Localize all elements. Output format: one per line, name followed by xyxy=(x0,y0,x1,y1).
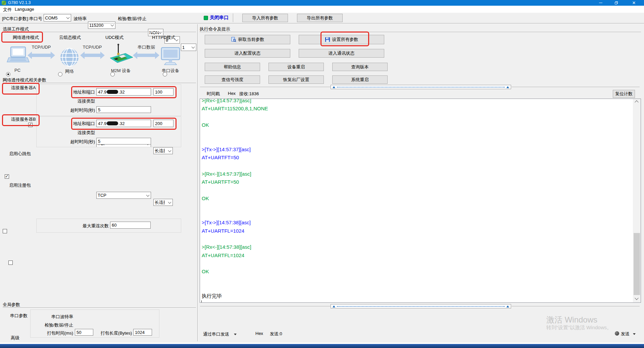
heartbeat-checkbox[interactable] xyxy=(3,229,7,233)
reconnect-group xyxy=(36,219,181,233)
com-port-select[interactable]: COM5 xyxy=(44,14,71,21)
server-a-checkbox[interactable] xyxy=(28,123,33,127)
log-line xyxy=(202,186,641,194)
menu-language[interactable]: Language xyxy=(15,7,34,12)
server-b-label: 连接服务器B xyxy=(11,116,36,122)
menu-file[interactable]: 文件 xyxy=(3,7,12,13)
send-dropdown-icon[interactable] xyxy=(633,333,636,335)
pack-time-label: 打包时间(ms) xyxy=(40,330,73,336)
device-restart-button[interactable]: 设备重启 xyxy=(268,63,324,71)
slider-thumb-icon[interactable] xyxy=(506,86,509,88)
server-b-checkbox[interactable] xyxy=(5,174,9,179)
log-line xyxy=(202,202,641,211)
slider-thumb-icon[interactable] xyxy=(333,86,335,88)
server-a-connmode-select[interactable]: 长连接 xyxy=(153,147,173,154)
restore-button[interactable] xyxy=(608,0,624,6)
send-button[interactable]: 发送 xyxy=(621,331,630,337)
query-signal-button[interactable]: 查信号强度 xyxy=(205,75,260,84)
pack-time-input[interactable]: 50 xyxy=(75,329,93,336)
log-line: >[Rx<-][14:57:37][asc] xyxy=(202,99,641,105)
params-section-title: 网络透传模式相关参数 xyxy=(3,77,46,83)
censored-blob xyxy=(107,90,118,94)
import-params-button[interactable]: 导入所有参数 xyxy=(242,14,288,22)
received-counter: 接收:1836 xyxy=(239,91,259,97)
help-button[interactable]: 帮助信息 xyxy=(205,63,260,71)
slider-thumb-icon[interactable] xyxy=(333,305,335,307)
radio-httpd-label: HTTPD模式 xyxy=(152,35,175,41)
node-label-serial: 串口设备 xyxy=(162,68,179,73)
hex-tx-label: Hex xyxy=(255,331,263,336)
chevron-down-icon xyxy=(168,149,171,152)
slider-track xyxy=(511,306,640,307)
pc-serial-label: [PC串口参数]:串口号 xyxy=(2,16,42,22)
enter-config-button[interactable]: 进入配置状态 xyxy=(205,49,290,58)
mode-section-title: 选择工作模式 xyxy=(3,26,29,32)
pack-len-input[interactable]: 1024 xyxy=(133,329,152,336)
server-b-address-input[interactable]: 47.9.32 xyxy=(96,120,151,127)
scroll-down-icon[interactable] xyxy=(635,297,638,299)
global-baud-label: 串口波特率 xyxy=(43,314,73,320)
baud-select[interactable]: 115200 xyxy=(88,21,115,29)
factory-reset-button[interactable]: 恢复出厂设置 xyxy=(268,75,324,84)
export-params-button[interactable]: 导出所有参数 xyxy=(297,14,343,22)
link-label-1: TCP/UDP xyxy=(32,45,51,50)
chevron-down-icon xyxy=(168,200,171,204)
server-b-port-input[interactable]: 200 xyxy=(153,120,174,127)
get-params-button[interactable]: 获取当前参数 xyxy=(205,35,290,44)
server-b-connmode-select[interactable]: 长连接 xyxy=(153,199,173,206)
server-a-timeout-label: 超时时间(秒) xyxy=(60,107,95,113)
close-button[interactable]: ✕ xyxy=(624,0,644,6)
enter-comm-button[interactable]: 进入通讯状态 xyxy=(299,49,384,58)
close-icon: ✕ xyxy=(632,0,636,5)
log-scrollbar[interactable] xyxy=(633,99,641,302)
node-label-m2m: M2M 设备 xyxy=(111,68,131,73)
app-icon xyxy=(2,1,6,5)
slider-thumb-icon[interactable] xyxy=(506,305,509,307)
arrow-icon xyxy=(28,52,55,59)
section-divider xyxy=(3,307,196,308)
radio-cloud-label: 云组态模式 xyxy=(59,35,81,41)
font-size-slider[interactable] xyxy=(331,85,511,89)
log-textarea[interactable]: >[Rx<-][14:57:37][asc]AT+UART=115200,8,1… xyxy=(200,99,641,303)
app-window: G780 V2.1.3 ✕ 文件 Language [PC串口参数]:串口号 C… xyxy=(0,0,644,348)
global-section-title: 全局参数 xyxy=(3,302,20,308)
system-restart-button[interactable]: 系统重启 xyxy=(332,75,388,84)
log-line xyxy=(202,113,641,121)
baud-label: 波特率 xyxy=(73,16,87,22)
server-a-address-input[interactable]: 47.9.32 xyxy=(96,88,151,96)
minimize-button[interactable] xyxy=(593,0,608,6)
log-line: >[Tx->][14:57:38][asc] xyxy=(202,219,641,227)
send-via-dropdown-icon[interactable] xyxy=(234,334,237,335)
server-b-timeout-input[interactable]: 5 xyxy=(96,138,151,144)
sent-counter: 发送:0 xyxy=(270,331,282,337)
server-a-port-input[interactable]: 100 xyxy=(153,88,174,96)
log-line xyxy=(202,137,641,145)
server-b-addr-label: 地址和端口 xyxy=(60,121,95,127)
reset-counter-button[interactable]: 复位计数 xyxy=(613,90,635,98)
server-b-type-select[interactable]: TCP xyxy=(96,192,151,199)
chevron-down-icon xyxy=(175,38,179,41)
send-via-serial-button[interactable]: 通过串口发送 xyxy=(203,331,229,337)
server-b-type-label: 连接类型 xyxy=(60,130,95,136)
scrollbar-thumb[interactable] xyxy=(634,233,640,295)
set-params-button[interactable]: 设置所有参数 xyxy=(299,35,384,44)
log-line: >[Rx<-][14:57:37][asc] xyxy=(202,170,641,178)
serial-params-label: 串口参数 xyxy=(10,313,28,319)
scroll-up-icon[interactable] xyxy=(635,101,638,104)
log-line: AT+UARTFT=50 xyxy=(202,178,641,186)
close-port-button[interactable]: 关闭串口 xyxy=(210,15,229,21)
command-section-title: 执行命令及提示 xyxy=(200,26,230,32)
censored-blob xyxy=(107,121,118,125)
title-bar: G780 V2.1.3 ✕ xyxy=(0,0,644,6)
minimize-icon xyxy=(599,3,602,3)
log-line: >[Tx->][14:57:37][asc] xyxy=(202,146,641,154)
reconnect-input[interactable]: 60 xyxy=(110,222,151,229)
radio-net-passthrough-label: 网络透传模式 xyxy=(13,35,39,41)
slider-dots xyxy=(337,306,505,307)
server-a-timeout-input[interactable]: 5 xyxy=(96,106,151,113)
server-a-type-label: 连接类型 xyxy=(60,98,95,104)
register-checkbox[interactable] xyxy=(8,260,13,265)
log-line: >[Rx<-][14:57:38][asc] xyxy=(202,243,641,251)
font-size-slider-bottom[interactable] xyxy=(331,304,511,308)
query-version-button[interactable]: 查询版本 xyxy=(332,63,388,71)
